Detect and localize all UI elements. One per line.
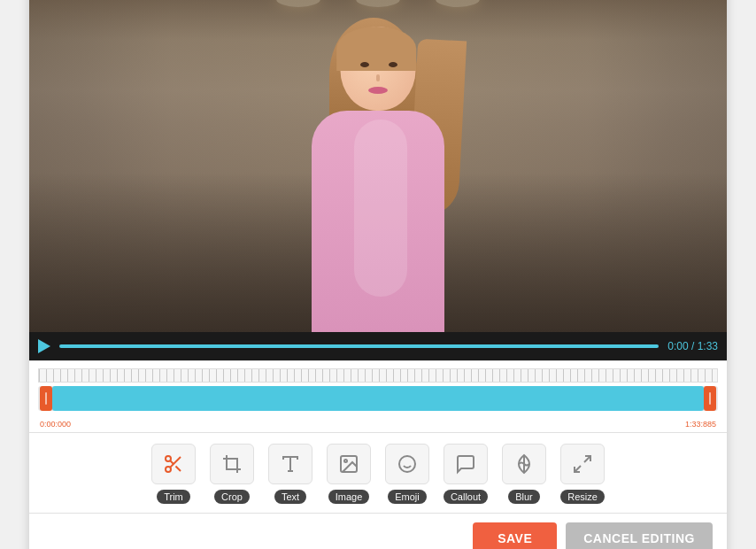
svg-point-0 (166, 456, 171, 461)
save-button[interactable]: SAVE (473, 522, 557, 550)
trim-label: Trim (157, 490, 190, 504)
video-preview (29, 0, 727, 332)
play-button[interactable] (38, 339, 50, 353)
editor-container: 0:00 / 1:33 0:00:000 1:33:885 (28, 0, 728, 549)
tools-area: Trim Crop Text (29, 432, 727, 513)
tool-callout[interactable]: Callout (439, 444, 492, 504)
progress-track[interactable] (59, 344, 659, 348)
text-icon (280, 453, 301, 475)
tool-resize[interactable]: Resize (556, 444, 609, 504)
svg-point-1 (166, 467, 171, 472)
svg-line-13 (575, 466, 581, 472)
image-label: Image (328, 490, 370, 504)
image-icon-wrap[interactable] (327, 444, 371, 484)
timeline-handle-left[interactable]: 0:00:000 (40, 386, 52, 411)
crop-label: Crop (214, 490, 250, 504)
svg-point-9 (399, 456, 415, 472)
cancel-button[interactable]: CANCEL EDITING (566, 522, 713, 550)
resize-icon (572, 453, 593, 475)
tool-image[interactable]: Image (322, 444, 375, 504)
text-icon-wrap[interactable] (268, 444, 312, 484)
timeline-track[interactable]: 0:00:000 1:33:885 (38, 386, 718, 411)
emoji-label: Emoji (388, 490, 427, 504)
tool-crop[interactable]: Crop (205, 444, 258, 504)
blur-icon (513, 453, 535, 475)
video-frame (29, 0, 727, 332)
timeline-handle-right[interactable]: 1:33:885 (704, 386, 716, 411)
svg-line-4 (170, 460, 174, 464)
tool-blur[interactable]: Blur (498, 444, 551, 504)
callout-icon-wrap[interactable] (444, 444, 488, 484)
timeline-filled (52, 386, 704, 411)
time-display: 0:00 / 1:33 (667, 340, 718, 352)
crop-icon (221, 453, 243, 475)
emoji-icon (397, 453, 418, 475)
text-label: Text (274, 490, 306, 504)
image-icon (338, 453, 359, 475)
action-bar: SAVE CANCEL EDITING (29, 513, 727, 550)
tool-emoji[interactable]: Emoji (381, 444, 434, 504)
svg-line-12 (584, 456, 590, 462)
emoji-icon-wrap[interactable] (385, 444, 429, 484)
svg-line-3 (175, 466, 181, 471)
tool-trim[interactable]: Trim (147, 444, 200, 504)
scissors-icon (163, 453, 184, 475)
blur-label: Blur (508, 490, 540, 504)
trim-icon-wrap[interactable] (151, 444, 196, 484)
timeline-area: 0:00:000 1:33:885 (29, 360, 727, 418)
svg-point-8 (344, 460, 347, 462)
resize-label: Resize (560, 490, 605, 504)
timeline-time-end: 1:33:885 (685, 420, 716, 429)
timeline-ruler (38, 368, 718, 383)
callout-icon (455, 453, 476, 475)
person-figure (281, 22, 475, 332)
timeline-time-start: 0:00:000 (40, 420, 71, 429)
ruler-marks (39, 369, 717, 382)
tool-text[interactable]: Text (264, 444, 317, 504)
playback-bar: 0:00 / 1:33 (29, 332, 727, 360)
crop-icon-wrap[interactable] (210, 444, 254, 484)
callout-label: Callout (444, 490, 488, 504)
blur-icon-wrap[interactable] (502, 444, 546, 484)
resize-icon-wrap[interactable] (560, 444, 605, 484)
